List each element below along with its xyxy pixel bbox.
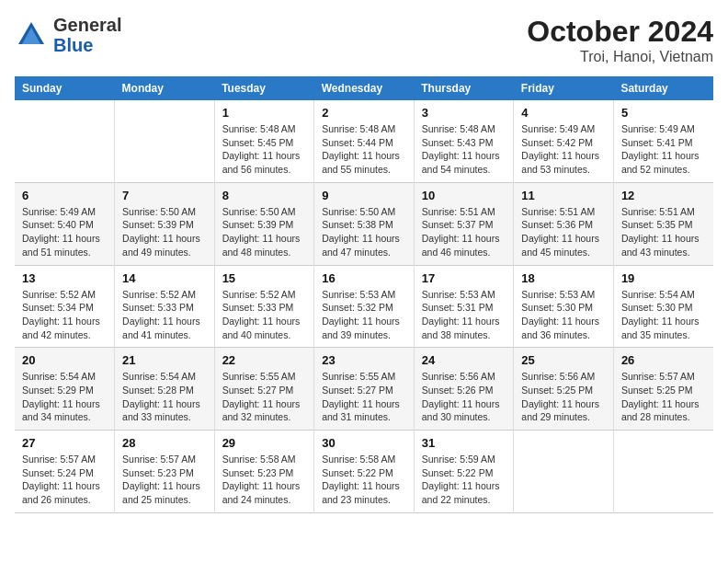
- day-info: Sunrise: 5:52 AM Sunset: 5:34 PM Dayligh…: [22, 288, 107, 342]
- day-number: 20: [22, 353, 107, 367]
- calendar-cell: 17Sunrise: 5:53 AM Sunset: 5:31 PM Dayli…: [414, 265, 514, 348]
- day-number: 26: [621, 353, 706, 367]
- day-number: 13: [22, 271, 107, 285]
- calendar-subtitle: Troi, Hanoi, Vietnam: [527, 49, 713, 65]
- calendar-cell: 29Sunrise: 5:58 AM Sunset: 5:23 PM Dayli…: [214, 431, 314, 513]
- day-info: Sunrise: 5:56 AM Sunset: 5:25 PM Dayligh…: [521, 370, 606, 424]
- day-number: 22: [222, 353, 307, 367]
- calendar-cell: [115, 100, 215, 182]
- day-number: 19: [621, 271, 706, 285]
- day-info: Sunrise: 5:50 AM Sunset: 5:39 PM Dayligh…: [222, 205, 307, 259]
- day-number: 27: [22, 436, 107, 450]
- calendar-cell: 23Sunrise: 5:55 AM Sunset: 5:27 PM Dayli…: [314, 348, 415, 431]
- day-number: 6: [22, 189, 107, 202]
- day-number: 1: [222, 106, 307, 120]
- day-number: 2: [322, 106, 406, 120]
- calendar-cell: 25Sunrise: 5:56 AM Sunset: 5:25 PM Dayli…: [514, 348, 614, 431]
- calendar-title: October 2024: [527, 15, 713, 49]
- day-info: Sunrise: 5:53 AM Sunset: 5:30 PM Dayligh…: [521, 288, 606, 342]
- day-info: Sunrise: 5:57 AM Sunset: 5:24 PM Dayligh…: [22, 453, 107, 507]
- calendar-cell: 28Sunrise: 5:57 AM Sunset: 5:23 PM Dayli…: [115, 431, 215, 513]
- day-info: Sunrise: 5:53 AM Sunset: 5:31 PM Dayligh…: [422, 288, 506, 342]
- day-info: Sunrise: 5:52 AM Sunset: 5:33 PM Dayligh…: [222, 288, 307, 342]
- calendar-cell: 8Sunrise: 5:50 AM Sunset: 5:39 PM Daylig…: [214, 182, 314, 265]
- week-row-2: 6Sunrise: 5:49 AM Sunset: 5:40 PM Daylig…: [15, 182, 713, 265]
- calendar-cell: 20Sunrise: 5:54 AM Sunset: 5:29 PM Dayli…: [15, 348, 115, 431]
- day-number: 23: [322, 353, 406, 367]
- day-info: Sunrise: 5:56 AM Sunset: 5:26 PM Dayligh…: [422, 370, 506, 424]
- day-number: 11: [521, 189, 606, 202]
- calendar-cell: 7Sunrise: 5:50 AM Sunset: 5:39 PM Daylig…: [115, 182, 215, 265]
- day-number: 14: [122, 271, 207, 285]
- day-number: 28: [122, 436, 207, 450]
- day-info: Sunrise: 5:52 AM Sunset: 5:33 PM Dayligh…: [122, 288, 207, 342]
- day-info: Sunrise: 5:49 AM Sunset: 5:41 PM Dayligh…: [621, 122, 706, 177]
- calendar-cell: 19Sunrise: 5:54 AM Sunset: 5:30 PM Dayli…: [613, 265, 713, 348]
- day-number: 15: [222, 271, 307, 285]
- calendar-cell: [613, 431, 713, 513]
- calendar-cell: 21Sunrise: 5:54 AM Sunset: 5:28 PM Dayli…: [115, 348, 215, 431]
- calendar-cell: 9Sunrise: 5:50 AM Sunset: 5:38 PM Daylig…: [314, 182, 415, 265]
- calendar-cell: 22Sunrise: 5:55 AM Sunset: 5:27 PM Dayli…: [214, 348, 314, 431]
- weekday-row: SundayMondayTuesdayWednesdayThursdayFrid…: [15, 76, 713, 100]
- calendar-cell: 1Sunrise: 5:48 AM Sunset: 5:45 PM Daylig…: [214, 100, 314, 182]
- logo-general: General: [53, 15, 121, 35]
- weekday-header-sunday: Sunday: [15, 76, 115, 100]
- day-number: 18: [521, 271, 606, 285]
- day-info: Sunrise: 5:55 AM Sunset: 5:27 PM Dayligh…: [222, 370, 307, 424]
- calendar-table: SundayMondayTuesdayWednesdayThursdayFrid…: [15, 76, 713, 513]
- day-info: Sunrise: 5:49 AM Sunset: 5:42 PM Dayligh…: [521, 122, 606, 177]
- title-block: October 2024 Troi, Hanoi, Vietnam: [527, 15, 713, 65]
- weekday-header-thursday: Thursday: [414, 76, 514, 100]
- day-number: 29: [222, 436, 307, 450]
- calendar-cell: 6Sunrise: 5:49 AM Sunset: 5:40 PM Daylig…: [15, 182, 115, 265]
- weekday-header-friday: Friday: [514, 76, 614, 100]
- weekday-header-monday: Monday: [115, 76, 215, 100]
- calendar-cell: 13Sunrise: 5:52 AM Sunset: 5:34 PM Dayli…: [15, 265, 115, 348]
- day-info: Sunrise: 5:51 AM Sunset: 5:35 PM Dayligh…: [621, 205, 706, 259]
- day-info: Sunrise: 5:48 AM Sunset: 5:45 PM Dayligh…: [222, 122, 307, 177]
- calendar-cell: 31Sunrise: 5:59 AM Sunset: 5:22 PM Dayli…: [414, 431, 514, 513]
- day-info: Sunrise: 5:57 AM Sunset: 5:23 PM Dayligh…: [122, 453, 207, 507]
- calendar-body: 1Sunrise: 5:48 AM Sunset: 5:45 PM Daylig…: [15, 100, 713, 512]
- day-info: Sunrise: 5:59 AM Sunset: 5:22 PM Dayligh…: [422, 453, 506, 507]
- calendar-cell: 10Sunrise: 5:51 AM Sunset: 5:37 PM Dayli…: [414, 182, 514, 265]
- calendar-cell: 5Sunrise: 5:49 AM Sunset: 5:41 PM Daylig…: [613, 100, 713, 182]
- day-info: Sunrise: 5:54 AM Sunset: 5:30 PM Dayligh…: [621, 288, 706, 342]
- day-info: Sunrise: 5:54 AM Sunset: 5:29 PM Dayligh…: [22, 370, 107, 424]
- calendar-cell: 27Sunrise: 5:57 AM Sunset: 5:24 PM Dayli…: [15, 431, 115, 513]
- day-number: 17: [422, 271, 506, 285]
- day-info: Sunrise: 5:51 AM Sunset: 5:36 PM Dayligh…: [521, 205, 606, 259]
- day-number: 7: [122, 189, 207, 202]
- day-number: 8: [222, 189, 307, 202]
- calendar-cell: [15, 100, 115, 182]
- day-info: Sunrise: 5:54 AM Sunset: 5:28 PM Dayligh…: [122, 370, 207, 424]
- weekday-header-wednesday: Wednesday: [314, 76, 415, 100]
- day-number: 4: [521, 106, 606, 120]
- calendar-cell: 3Sunrise: 5:48 AM Sunset: 5:43 PM Daylig…: [414, 100, 514, 182]
- day-number: 16: [322, 271, 406, 285]
- day-number: 3: [422, 106, 506, 120]
- day-info: Sunrise: 5:58 AM Sunset: 5:22 PM Dayligh…: [322, 453, 406, 507]
- calendar-cell: 15Sunrise: 5:52 AM Sunset: 5:33 PM Dayli…: [214, 265, 314, 348]
- calendar-cell: 18Sunrise: 5:53 AM Sunset: 5:30 PM Dayli…: [514, 265, 614, 348]
- calendar-cell: 24Sunrise: 5:56 AM Sunset: 5:26 PM Dayli…: [414, 348, 514, 431]
- calendar-cell: 12Sunrise: 5:51 AM Sunset: 5:35 PM Dayli…: [613, 182, 713, 265]
- day-info: Sunrise: 5:58 AM Sunset: 5:23 PM Dayligh…: [222, 453, 307, 507]
- calendar-cell: 14Sunrise: 5:52 AM Sunset: 5:33 PM Dayli…: [115, 265, 215, 348]
- day-number: 24: [422, 353, 506, 367]
- day-info: Sunrise: 5:49 AM Sunset: 5:40 PM Dayligh…: [22, 205, 107, 259]
- day-info: Sunrise: 5:48 AM Sunset: 5:43 PM Dayligh…: [422, 122, 506, 177]
- day-info: Sunrise: 5:48 AM Sunset: 5:44 PM Dayligh…: [322, 122, 406, 177]
- calendar-cell: 2Sunrise: 5:48 AM Sunset: 5:44 PM Daylig…: [314, 100, 415, 182]
- day-number: 30: [322, 436, 406, 450]
- calendar-cell: 11Sunrise: 5:51 AM Sunset: 5:36 PM Dayli…: [514, 182, 614, 265]
- week-row-5: 27Sunrise: 5:57 AM Sunset: 5:24 PM Dayli…: [15, 431, 713, 513]
- day-number: 5: [621, 106, 706, 120]
- week-row-3: 13Sunrise: 5:52 AM Sunset: 5:34 PM Dayli…: [15, 265, 713, 348]
- calendar-cell: 30Sunrise: 5:58 AM Sunset: 5:22 PM Dayli…: [314, 431, 415, 513]
- page-header: General Blue October 2024 Troi, Hanoi, V…: [15, 15, 713, 65]
- logo-text: General Blue: [53, 15, 121, 55]
- weekday-header-tuesday: Tuesday: [214, 76, 314, 100]
- day-info: Sunrise: 5:53 AM Sunset: 5:32 PM Dayligh…: [322, 288, 406, 342]
